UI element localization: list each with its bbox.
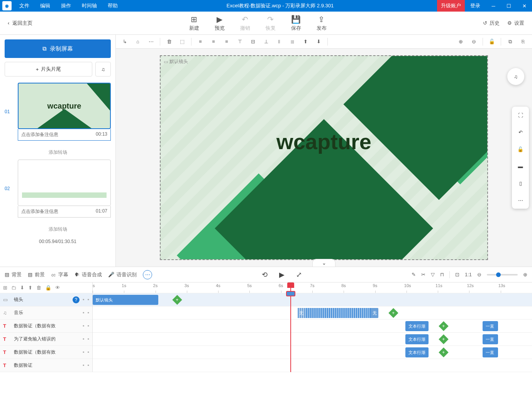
track-menu-icon[interactable]: • — [83, 336, 85, 342]
history-button[interactable]: ↺ 历史 — [483, 20, 500, 27]
close-button[interactable]: ✕ — [517, 0, 532, 12]
music-button[interactable]: ♫ — [95, 62, 111, 77]
music-fab-button[interactable]: ♫ — [507, 68, 524, 85]
track-text[interactable]: T 数据验证（数据有效 • • — [0, 320, 92, 333]
save-button[interactable]: 💾 保存 — [291, 15, 301, 32]
zoom-slider[interactable] — [487, 274, 518, 276]
music-clip[interactable]: 无 无 — [297, 308, 378, 318]
copy-icon[interactable]: ⧉ — [504, 36, 516, 48]
tab-foreground[interactable]: ▧ 前景 — [28, 271, 45, 278]
distribute-v-icon[interactable]: ⫼ — [286, 36, 298, 48]
align-top-icon[interactable]: ⊤ — [234, 36, 246, 48]
text-clip-end[interactable]: 一直 — [483, 321, 498, 331]
track-row-text[interactable]: 文本行渐 + 一直 — [93, 320, 532, 333]
help-icon[interactable]: ? — [73, 296, 80, 303]
trash-icon[interactable]: 🗑 — [36, 285, 41, 291]
filter-icon[interactable]: ▽ — [431, 272, 435, 277]
fullscreen-icon[interactable]: ⛶ — [515, 110, 526, 121]
clip-note[interactable]: 点击添加备注信息 — [21, 131, 58, 138]
preview-button[interactable]: ▶ 预览 — [215, 15, 225, 32]
add-transition-button[interactable]: 添加转场 — [5, 222, 111, 236]
bring-front-icon[interactable]: ⬆ — [300, 36, 311, 48]
zoom-out-icon[interactable]: ⊖ — [477, 272, 481, 277]
play-button[interactable]: ▶ — [279, 270, 285, 279]
text-clip[interactable]: 文本行渐 — [405, 334, 429, 344]
zoom-in-icon[interactable]: ⊕ — [455, 36, 466, 48]
text-clip-end[interactable]: 一直 — [483, 334, 498, 344]
track-row-text[interactable]: 文本行渐 + 一直 — [93, 346, 532, 359]
eye-icon[interactable]: 👁 — [55, 285, 60, 291]
tab-subtitle[interactable]: ㏄ 字幕 — [51, 271, 68, 278]
distribute-h-icon[interactable]: ⫴ — [273, 36, 285, 48]
select-all-icon[interactable]: ⬚ — [176, 36, 188, 48]
send-back-icon[interactable]: ⬇ — [313, 36, 324, 48]
settings-button[interactable]: ⚙ 设置 — [507, 20, 524, 27]
add-clip-button[interactable]: + — [388, 308, 398, 318]
menu-action[interactable]: 操作 — [56, 0, 76, 12]
canvas[interactable]: ▭ 默认镜头 wcapture — [160, 55, 488, 260]
record-screen-button[interactable]: ⧉ 录制屏幕 — [5, 39, 111, 58]
login-button[interactable]: 登录 — [465, 0, 486, 12]
folder-icon[interactable]: 🗀 — [11, 285, 16, 291]
add-clip-button[interactable]: + — [439, 321, 448, 331]
track-menu-icon[interactable]: • — [87, 362, 89, 368]
zoom-out-icon[interactable]: ⊖ — [468, 36, 479, 48]
add-track-icon[interactable]: ⊞ — [3, 285, 7, 291]
align-bottom-icon[interactable]: ⊥ — [260, 36, 272, 48]
menu-help[interactable]: 帮助 — [102, 0, 123, 12]
tab-tts[interactable]: 🗣 语音合成 — [75, 271, 102, 278]
intro-outro-button[interactable]: + 片头片尾 — [5, 62, 92, 77]
rewind-button[interactable]: ⟲ — [262, 270, 268, 279]
clip-thumbnail[interactable] — [18, 160, 111, 206]
menu-timeline[interactable]: 时间轴 — [76, 0, 102, 12]
publish-button[interactable]: ⇪ 发布 — [317, 15, 327, 32]
ruler[interactable]: 0s 1s 2s 3s 4s 5s 6s 7s 8s 9s 10s 11s 12… — [93, 282, 532, 293]
track-menu-icon[interactable]: • — [83, 297, 85, 303]
more-icon[interactable]: ⋯ — [515, 195, 526, 206]
track-row-music[interactable]: 无 无 + — [93, 306, 532, 320]
expand-button[interactable]: ⤢ — [296, 270, 302, 279]
text-clip[interactable]: 文本行渐 — [405, 347, 429, 357]
track-row-text[interactable]: 文本行渐 + 一直 — [93, 333, 532, 346]
track-text[interactable]: T 为了避免输入错误的 • • — [0, 333, 92, 346]
cut-icon[interactable]: ✂ — [421, 272, 425, 277]
track-menu-icon[interactable]: • — [87, 310, 89, 316]
undo-icon[interactable]: ↶ — [515, 127, 526, 138]
home-icon[interactable]: ⌂ — [132, 36, 144, 48]
track-text[interactable]: T 数据验证 • • — [0, 359, 92, 372]
camera-clip[interactable]: 默认镜头 — [93, 295, 158, 305]
download-icon[interactable]: ⬇ — [20, 285, 24, 291]
menu-file[interactable]: 文件 — [14, 0, 35, 12]
screen-icon[interactable]: ▬ — [515, 161, 526, 172]
lock-icon[interactable]: 🔓 — [515, 144, 526, 155]
track-text[interactable]: T 数据验证（数据有效 • • — [0, 346, 92, 359]
add-clip-button[interactable]: + — [172, 295, 182, 304]
track-menu-icon[interactable]: • — [87, 323, 89, 329]
edit-icon[interactable]: ✎ — [412, 272, 416, 277]
upgrade-button[interactable]: 升级账户 — [437, 0, 465, 12]
more-tabs-button[interactable]: ⋯ — [143, 270, 152, 279]
track-menu-icon[interactable]: • — [83, 310, 85, 316]
rotate-left-icon[interactable]: ↳ — [119, 36, 130, 48]
more-icon[interactable]: ⋯ — [145, 36, 157, 48]
track-menu-icon[interactable]: • — [87, 297, 89, 303]
add-clip-button[interactable]: + — [439, 334, 448, 344]
add-transition-button[interactable]: 添加转场 — [5, 145, 111, 160]
tab-background[interactable]: ▨ 背景 — [5, 271, 22, 278]
trash-icon[interactable]: 🗑 — [163, 36, 175, 48]
track-camera[interactable]: ▭ 镜头 ? • • — [0, 293, 92, 306]
marker-icon[interactable]: ⊡ — [455, 272, 459, 277]
align-center-icon[interactable]: ≡ — [208, 36, 219, 48]
collapse-canvas-button[interactable]: ⌄ — [312, 259, 335, 267]
align-right-icon[interactable]: ≡ — [221, 36, 232, 48]
lock-icon[interactable]: 🔒 — [45, 285, 51, 291]
track-menu-icon[interactable]: • — [87, 336, 89, 342]
clip-thumbnail[interactable]: wcapture — [18, 83, 111, 129]
unlock-icon[interactable]: 🔓 — [486, 36, 498, 48]
menu-edit[interactable]: 编辑 — [35, 0, 56, 12]
magnet-icon[interactable]: ⊓ — [440, 272, 444, 277]
minimize-button[interactable]: ─ — [486, 0, 501, 12]
track-menu-icon[interactable]: • — [87, 349, 89, 355]
track-row-text[interactable] — [93, 359, 532, 372]
align-left-icon[interactable]: ≡ — [195, 36, 206, 48]
